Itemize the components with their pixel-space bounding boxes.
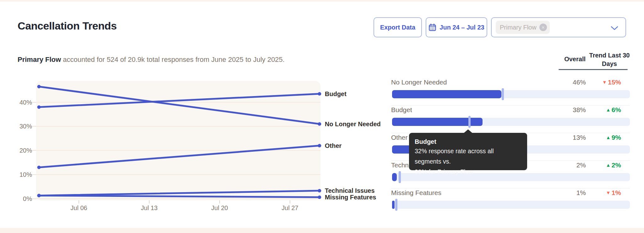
calendar-icon xyxy=(428,24,436,31)
series-label-missing-features: Missing Features xyxy=(325,193,376,201)
trend-up-icon: ▲ xyxy=(606,135,611,140)
header-underline xyxy=(559,69,628,70)
all-segments-marker[interactable] xyxy=(399,171,401,183)
x-axis-tick-label: Jul 13 xyxy=(127,204,171,212)
trend-value: ▲2% xyxy=(554,161,621,169)
x-axis-tick-mark xyxy=(290,200,290,203)
chart-line-missing-features xyxy=(39,196,319,197)
summary-text: Primary Flow accounted for 524 of 20.9k … xyxy=(18,56,285,64)
y-axis-tick-label: 30% xyxy=(7,122,32,130)
trend-value: ▼15% xyxy=(554,78,621,86)
chart-point xyxy=(318,144,321,147)
segment-bar-fill xyxy=(392,201,395,209)
date-range-button[interactable]: Jun 24 – Jul 23 xyxy=(426,17,487,37)
tooltip-line-1: 32% response rate across all segments vs… xyxy=(415,146,521,167)
segment-bar-fill xyxy=(392,173,397,181)
y-axis-tick-label: 40% xyxy=(7,98,32,106)
page-background: Cancellation Trends Export Data Jun 24 –… xyxy=(0,0,644,233)
segment-bar-track[interactable] xyxy=(392,201,630,209)
row-separator xyxy=(391,105,630,106)
y-axis-tick-mark xyxy=(32,126,36,127)
segment-bar-track[interactable] xyxy=(392,90,630,98)
trend-up-icon: ▲ xyxy=(606,107,611,112)
chart-line-technical-issues xyxy=(39,191,319,195)
x-axis-tick-mark xyxy=(79,200,79,203)
cancellation-trends-card: Cancellation Trends Export Data Jun 24 –… xyxy=(0,2,644,228)
row-separator xyxy=(391,188,630,188)
remove-filter-icon[interactable]: × xyxy=(539,24,547,31)
y-axis-tick-mark xyxy=(32,150,36,151)
page-title: Cancellation Trends xyxy=(18,20,117,32)
column-header-trend-last-30-days: Trend Last 30 Days xyxy=(587,51,631,68)
column-header-overall: Overall xyxy=(554,55,586,63)
segment-label-other: Other xyxy=(391,133,408,142)
segment-filter-select[interactable]: Primary Flow × xyxy=(491,17,626,37)
series-label-other: Other xyxy=(325,142,341,150)
chart-point xyxy=(37,106,41,109)
trend-value: ▲9% xyxy=(554,133,621,142)
summary-segment-name: Primary Flow xyxy=(18,56,61,63)
trend-value: ▼1% xyxy=(554,189,621,197)
all-segments-marker[interactable] xyxy=(468,116,471,128)
series-label-budget: Budget xyxy=(325,90,347,98)
chart-point xyxy=(318,122,321,126)
x-axis-tick-mark xyxy=(219,200,220,203)
x-axis-tick-label: Jul 27 xyxy=(268,204,312,212)
segment-label-budget: Budget xyxy=(391,106,412,114)
chart-point xyxy=(37,165,41,169)
chart-point xyxy=(318,189,321,192)
filter-chip-label: Primary Flow xyxy=(500,24,537,31)
chart-point xyxy=(37,194,41,197)
y-axis-tick-label: 20% xyxy=(7,146,32,154)
y-axis-tick-mark xyxy=(32,174,36,175)
y-axis-tick-label: 0% xyxy=(7,195,32,203)
chart-point xyxy=(318,196,321,199)
chevron-down-icon xyxy=(610,26,619,32)
export-data-button[interactable]: Export Data xyxy=(374,17,422,37)
segment-label-no-longer-needed: No Longer Needed xyxy=(391,78,447,86)
trend-down-icon: ▼ xyxy=(606,190,611,195)
segment-bar-fill xyxy=(392,90,501,98)
segment-bar-track[interactable] xyxy=(392,118,630,126)
all-segments-marker[interactable] xyxy=(395,199,397,211)
all-segments-marker[interactable] xyxy=(502,88,504,100)
summary-detail: accounted for 524 of 20.9k total respons… xyxy=(61,56,285,63)
y-axis-tick-label: 10% xyxy=(7,171,32,179)
line-chart-plot xyxy=(36,81,320,200)
segment-label-missing-features: Missing Features xyxy=(391,189,441,197)
trend-down-icon: ▼ xyxy=(602,79,607,85)
trend-up-icon: ▲ xyxy=(606,162,611,168)
chart-line-other xyxy=(39,146,319,167)
budget-tooltip: Budget 32% response rate across all segm… xyxy=(409,133,527,170)
date-range-label: Jun 24 – Jul 23 xyxy=(439,24,484,31)
x-axis-tick-label: Jul 20 xyxy=(198,204,242,212)
x-axis-tick-mark xyxy=(149,200,150,203)
chart-point xyxy=(318,92,321,95)
x-axis-tick-label: Jul 06 xyxy=(57,204,101,212)
tooltip-line-2: 38% for Primary Flow xyxy=(415,167,521,177)
series-label-no-longer-needed: No Longer Needed xyxy=(325,120,381,128)
tooltip-arrow xyxy=(464,129,472,133)
export-data-label: Export Data xyxy=(380,24,415,31)
tooltip-title: Budget xyxy=(415,138,521,146)
trend-value: ▲6% xyxy=(554,106,621,114)
chart-point xyxy=(37,85,41,88)
y-axis-tick-mark xyxy=(32,198,36,199)
y-axis-tick-mark xyxy=(32,102,36,103)
filter-chip[interactable]: Primary Flow × xyxy=(496,21,550,34)
